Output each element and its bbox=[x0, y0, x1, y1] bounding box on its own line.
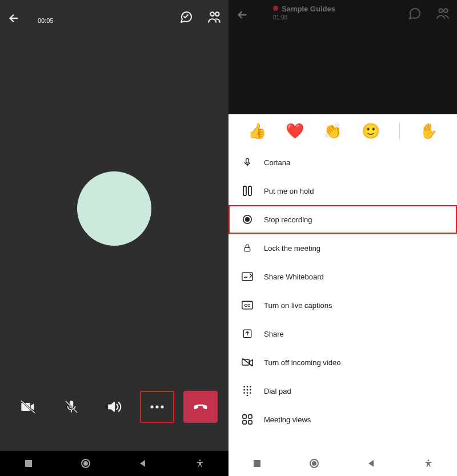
svg-point-29 bbox=[247, 392, 248, 394]
svg-rect-36 bbox=[254, 460, 260, 467]
menu-label: Meeting views bbox=[264, 415, 311, 424]
speaker-button[interactable] bbox=[97, 391, 131, 423]
nav-home-icon[interactable] bbox=[74, 458, 97, 469]
menu-label: Lock the meeting bbox=[264, 244, 320, 253]
nav-accessibility-icon[interactable] bbox=[189, 459, 211, 468]
call-timer: 00:05 bbox=[38, 17, 54, 24]
pause-icon bbox=[241, 185, 254, 197]
ellipsis-icon bbox=[148, 401, 166, 413]
svg-point-8 bbox=[199, 459, 201, 461]
menu-label: Dial pad bbox=[264, 387, 291, 395]
chat-button[interactable] bbox=[406, 5, 424, 23]
menu-label: Share bbox=[264, 330, 284, 338]
call-top-bar: 00:05 bbox=[0, 3, 228, 31]
android-nav-bar bbox=[0, 451, 228, 476]
reaction-thumbs-up[interactable]: 👍 bbox=[248, 122, 266, 140]
chat-icon bbox=[408, 7, 422, 21]
menu-hold[interactable]: Put me on hold bbox=[228, 177, 457, 205]
more-options-panel: 👍 ❤️ 👏 🙂 ✋ Cortana Put me on hold bbox=[228, 114, 457, 451]
whiteboard-icon bbox=[241, 270, 254, 283]
record-icon bbox=[241, 213, 254, 226]
menu-meeting-views[interactable]: Meeting views bbox=[228, 405, 457, 434]
svg-rect-11 bbox=[246, 158, 249, 163]
call-timer: 01:08 bbox=[273, 14, 335, 21]
svg-rect-33 bbox=[248, 415, 252, 418]
svg-rect-12 bbox=[243, 186, 246, 195]
menu-share[interactable]: Share bbox=[228, 319, 457, 348]
more-options-button[interactable] bbox=[140, 391, 174, 423]
svg-point-39 bbox=[428, 459, 430, 461]
svg-point-24 bbox=[250, 386, 251, 387]
svg-point-15 bbox=[245, 217, 250, 222]
participants-button[interactable] bbox=[434, 5, 452, 23]
svg-point-30 bbox=[250, 392, 251, 394]
svg-point-7 bbox=[83, 461, 88, 466]
svg-point-3 bbox=[156, 405, 159, 408]
menu-incoming-video-off[interactable]: Turn off incoming video bbox=[228, 348, 457, 377]
call-title-block: Sample Guides 01:08 bbox=[273, 5, 335, 21]
back-button[interactable] bbox=[233, 6, 251, 24]
reaction-smile[interactable]: 🙂 bbox=[362, 122, 380, 140]
menu-label: Share Whiteboard bbox=[264, 273, 324, 281]
svg-text:CC: CC bbox=[244, 303, 251, 308]
svg-point-0 bbox=[210, 12, 214, 15]
menu-stop-recording[interactable]: Stop recording bbox=[228, 205, 457, 234]
share-icon bbox=[241, 327, 254, 340]
participant-avatar bbox=[77, 171, 151, 246]
menu-live-captions[interactable]: CC Turn on live captions bbox=[228, 291, 457, 319]
reaction-raise-hand[interactable]: ✋ bbox=[419, 122, 438, 140]
speaker-icon bbox=[107, 399, 122, 414]
hangup-button[interactable] bbox=[183, 391, 218, 423]
svg-rect-16 bbox=[244, 247, 250, 251]
svg-point-26 bbox=[247, 389, 248, 391]
camera-toggle-button[interactable] bbox=[11, 391, 45, 423]
menu-lock-meeting[interactable]: Lock the meeting bbox=[228, 234, 457, 262]
mic-toggle-button[interactable] bbox=[54, 391, 89, 423]
nav-back-icon[interactable] bbox=[131, 459, 154, 467]
call-controls bbox=[0, 388, 228, 426]
nav-recents-icon[interactable] bbox=[17, 459, 40, 467]
svg-point-25 bbox=[243, 389, 245, 391]
reaction-clap[interactable]: 👏 bbox=[323, 122, 342, 140]
nav-home-icon[interactable] bbox=[303, 458, 326, 469]
top-right-icons bbox=[177, 8, 224, 26]
svg-point-10 bbox=[444, 9, 448, 12]
people-icon bbox=[436, 6, 451, 21]
svg-point-28 bbox=[243, 392, 245, 394]
mic-off-icon bbox=[64, 399, 79, 414]
video-off-icon bbox=[241, 356, 254, 369]
people-icon bbox=[207, 10, 222, 25]
lock-icon bbox=[241, 242, 254, 254]
nav-recents-icon[interactable] bbox=[246, 459, 268, 467]
svg-rect-35 bbox=[248, 421, 252, 424]
svg-rect-34 bbox=[243, 421, 246, 424]
menu-cortana[interactable]: Cortana bbox=[228, 148, 457, 177]
svg-point-9 bbox=[439, 9, 443, 12]
menu-whiteboard[interactable]: Share Whiteboard bbox=[228, 262, 457, 291]
svg-point-1 bbox=[215, 12, 219, 15]
nav-back-icon[interactable] bbox=[360, 459, 383, 467]
reaction-heart[interactable]: ❤️ bbox=[286, 122, 304, 140]
menu-label: Stop recording bbox=[264, 215, 312, 224]
chat-button[interactable] bbox=[177, 8, 195, 26]
participants-button[interactable] bbox=[206, 8, 224, 26]
menu-dial-pad[interactable]: Dial pad bbox=[228, 377, 457, 405]
cc-icon: CC bbox=[241, 299, 254, 311]
svg-point-2 bbox=[151, 405, 154, 408]
svg-point-22 bbox=[243, 386, 245, 387]
svg-rect-5 bbox=[25, 460, 32, 467]
right-call-header: Sample Guides 01:08 bbox=[228, 0, 457, 114]
reactions-bar: 👍 ❤️ 👏 🙂 ✋ bbox=[228, 114, 457, 148]
hangup-icon bbox=[191, 397, 210, 417]
svg-point-31 bbox=[247, 395, 248, 396]
dialpad-icon bbox=[241, 385, 254, 397]
more-menu-list: Cortana Put me on hold Stop recording Lo… bbox=[228, 148, 457, 434]
svg-point-23 bbox=[247, 386, 248, 387]
mic-icon bbox=[241, 156, 254, 169]
svg-rect-32 bbox=[243, 415, 246, 418]
back-button[interactable] bbox=[5, 9, 23, 27]
nav-accessibility-icon[interactable] bbox=[417, 459, 440, 468]
chat-icon bbox=[179, 10, 193, 24]
android-nav-bar bbox=[228, 451, 457, 476]
svg-rect-21 bbox=[242, 359, 250, 365]
